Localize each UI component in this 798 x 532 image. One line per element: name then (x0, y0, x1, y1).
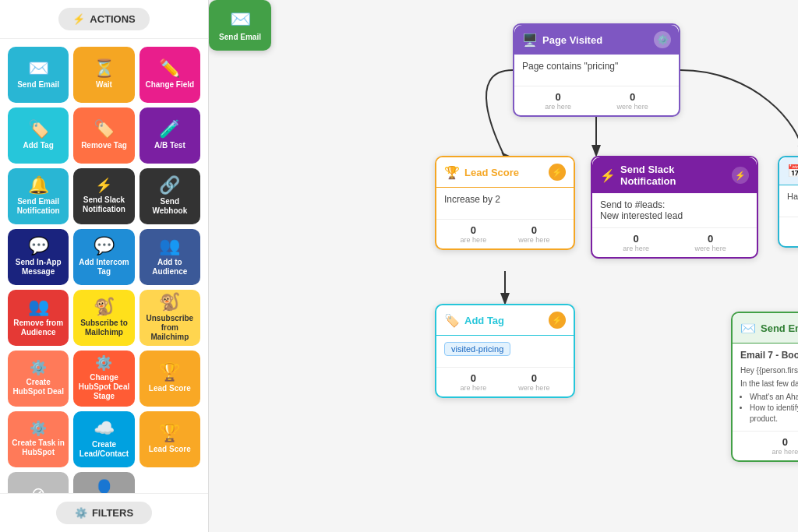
audience-icon: 👥 (159, 238, 180, 255)
booked-icon: 📅 (787, 164, 798, 178)
tile-lead-score-2-label: Lead Score (149, 445, 191, 454)
slack-node-icon: ⚡ (600, 168, 616, 183)
tile-add-audience-label: Add to Audience (143, 258, 197, 277)
tile-wait[interactable]: ⏳ Wait (73, 47, 134, 103)
tile-webhook-label: Send Webhook (143, 197, 197, 216)
tile-slack-label: Send Slack Notification (76, 196, 131, 214)
tile-send-email[interactable]: ✉️ Send Email (8, 47, 69, 103)
mailchimp-sub-icon: 🐒 (94, 298, 115, 315)
booked-footer: 0 are here (779, 217, 798, 246)
send-email-detail-title: Send Email (761, 322, 798, 334)
tile-send-email-notification[interactable]: 🔔 Send Email Notification (8, 168, 69, 224)
slack-body: Send to #leads: New interested lead (592, 193, 757, 227)
slack-footer: 0 are here 0 were here (592, 227, 757, 257)
tile-change-field-label: Change Field (145, 80, 194, 90)
node-send-email-float[interactable]: ✉️ Send Email (209, 0, 271, 51)
wait-icon: ⏳ (94, 60, 115, 77)
tile-create-task-hubspot[interactable]: ⚙️ Create Task in HubSpot (8, 411, 69, 467)
node-lead-score[interactable]: 🏆 Lead Score ⚡ Increase by 2 0 are here … (435, 156, 575, 250)
send-email-detail-body: Email 7 - Book a call Hey {{person.first… (733, 344, 798, 431)
lead-score-value: Increase by 2 (444, 194, 500, 205)
email-detail-are-here: 0 are here (772, 436, 798, 456)
email-bullet1: What's an Aha moment. (750, 392, 798, 403)
tile-end-flow[interactable]: ⊘ End Flow (8, 472, 69, 493)
tile-intercom-tag[interactable]: 💬 Add Intercom Tag (73, 229, 134, 285)
tile-create-deal-label: Create HubSpot Deal (11, 378, 65, 396)
filters-button[interactable]: ⚙️ FILTERS (56, 502, 152, 524)
page-visited-header: 🖥️ Page Visited ⚙️ (514, 25, 679, 55)
add-tag-icon: 🏷️ (28, 121, 49, 138)
add-tag-were-here: 0 were here (518, 372, 549, 392)
tag-value: visited-pricing (444, 342, 510, 356)
slack-icon: ⚡ (95, 178, 112, 192)
send-email-detail-header: ✉️ Send Email ⚡ (733, 313, 798, 344)
tile-in-app-label: Send In-App Message (11, 258, 65, 277)
page-visited-were-here: 0 were here (617, 91, 648, 111)
lead-score-header: 🏆 Lead Score ⚡ (436, 157, 574, 188)
remove-audience-icon: 👥 (28, 298, 49, 315)
lightning-icon: ⚡ (72, 13, 85, 25)
notification-icon: 🔔 (28, 177, 49, 194)
tile-subscribe-mailchimp[interactable]: 🐒 Subscribe to Mailchimp (73, 290, 134, 346)
tile-ab-test[interactable]: 🧪 A/B Test (139, 107, 200, 164)
actions-button[interactable]: ⚡ ACTIONS (58, 8, 150, 30)
tile-add-audience[interactable]: 👥 Add to Audience (139, 229, 200, 285)
tile-remove-audience[interactable]: 👥 Remove from Audience (8, 290, 69, 346)
tile-notification-label: Send Email Notification (11, 197, 65, 216)
page-visited-icon: 🖥️ (522, 33, 538, 48)
tile-send-webhook[interactable]: 🔗 Send Webhook (139, 168, 200, 224)
add-tag-title: Add Tag (464, 315, 544, 326)
tile-change-deal-label: Change HubSpot Deal Stage (76, 373, 131, 401)
node-send-email-detail[interactable]: ✉️ Send Email ⚡ Email 7 - Book a call He… (731, 312, 798, 462)
email-subject: Email 7 - Book a call (740, 350, 798, 361)
email-bullet2: How to identify the critical value momen… (750, 403, 798, 425)
salesforce-icon: ☁️ (94, 420, 115, 437)
node-send-slack[interactable]: ⚡ Send Slack Notification ⚡ Send to #lea… (591, 156, 758, 259)
page-visited-are-here: 0 are here (545, 91, 571, 111)
tile-lead-score[interactable]: 🏆 Lead Score (139, 351, 200, 407)
tile-send-email-label: Send Email (17, 80, 59, 90)
node-add-tag[interactable]: 🏷️ Add Tag ⚡ visited-pricing 0 are here … (435, 304, 575, 398)
sidebar-header: ⚡ ACTIONS (0, 0, 208, 39)
tile-create-lead-contact[interactable]: ☁️ Create Lead/Contact (73, 411, 134, 467)
tile-add-tag[interactable]: 🏷️ Add Tag (8, 107, 69, 164)
add-tag-footer: 0 are here 0 were here (436, 367, 574, 396)
tile-remove-tag-label: Remove Tag (81, 141, 127, 150)
add-tag-are-here: 0 are here (461, 372, 487, 392)
email-body-preview: Hey {{person.firstName | default: "there… (740, 365, 798, 425)
add-tag-node-icon: 🏷️ (444, 313, 460, 328)
tile-send-slack[interactable]: ⚡ Send Slack Notification (73, 168, 134, 224)
lead-score-title: Lead Score (464, 167, 544, 178)
page-visited-condition: Page contains "pricing" (522, 61, 618, 72)
send-email-icon: ✉️ (28, 60, 49, 77)
booked-body: Has booked 30 min... (779, 185, 798, 217)
tile-lead-score-2[interactable]: 🏆 Lead Score (139, 411, 200, 467)
tile-create-hubspot-deal[interactable]: ⚙️ Create HubSpot Deal (8, 351, 69, 407)
email-line1: In the last few days, you have received … (740, 379, 798, 389)
actions-label: ACTIONS (90, 13, 136, 25)
tile-change-hubspot-deal[interactable]: ⚙️ Change HubSpot Deal Stage (73, 351, 134, 407)
sidebar-footer: ⚙️ FILTERS (0, 493, 208, 532)
tile-in-app[interactable]: 💬 Send In-App Message (8, 229, 69, 285)
tile-unsubscribe-mailchimp-label: Unsubscribe from Mailchimp (143, 314, 197, 342)
slack-body-line1: Send to #leads: (600, 199, 749, 210)
tile-remove-tag[interactable]: 🏷️ Remove Tag (73, 107, 134, 164)
lead-score-were-here: 0 were here (518, 224, 549, 244)
page-visited-title: Page Visited (542, 34, 649, 46)
page-visited-settings-icon[interactable]: ⚙️ (654, 31, 671, 48)
node-has-booked[interactable]: 📅 Has Booked M... Has booked 30 min... 0… (778, 156, 798, 248)
add-tag-badge: ⚡ (549, 312, 566, 329)
lead-score-footer: 0 are here 0 were here (436, 219, 574, 248)
change-field-icon: ✏️ (159, 60, 180, 77)
tile-archive-person[interactable]: 👤 Archive Person (73, 472, 134, 493)
slack-title: Send Slack Notification (620, 164, 727, 187)
tile-change-field[interactable]: ✏️ Change Field (139, 47, 200, 103)
slack-were-here: 0 were here (695, 233, 726, 252)
tile-unsubscribe-mailchimp[interactable]: 🐒 Unsubscribe from Mailchimp (139, 290, 200, 346)
tile-wait-label: Wait (96, 80, 112, 90)
sidebar: ⚡ ACTIONS ✉️ Send Email ⏳ Wait ✏️ Change… (0, 0, 209, 532)
tile-lead-score-label: Lead Score (149, 384, 191, 393)
lead-score-2-icon: 🏆 (159, 425, 180, 442)
hubspot-task-icon: ⚙️ (30, 421, 47, 435)
node-page-visited[interactable]: 🖥️ Page Visited ⚙️ Page contains "pricin… (513, 23, 680, 117)
